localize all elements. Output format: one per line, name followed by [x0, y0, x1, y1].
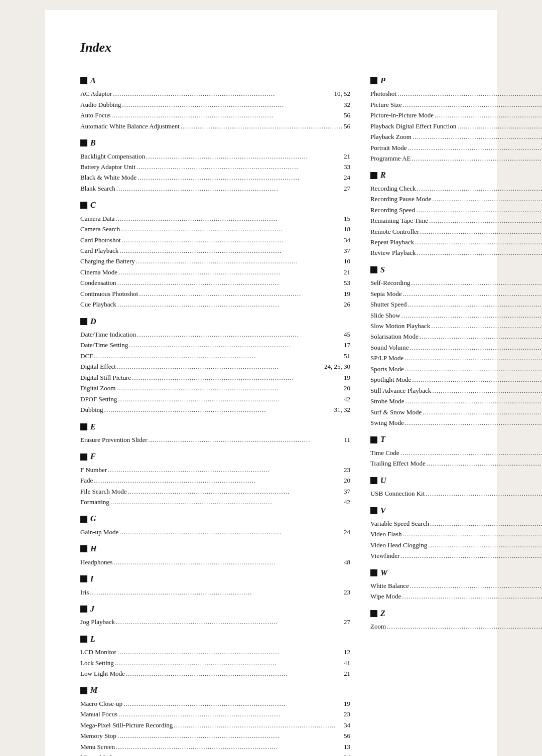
entry-dots: ........................................… — [119, 245, 343, 256]
entry-dots: ........................................… — [430, 518, 542, 529]
entry-dots: ........................................… — [138, 172, 343, 183]
entry-dots: ........................................… — [397, 88, 542, 99]
entry-number: 13 — [344, 741, 350, 752]
index-entry: USB Connection Kit......................… — [370, 488, 542, 499]
entry-dots: ........................................… — [408, 142, 542, 153]
entry-dots: ........................................… — [411, 277, 542, 288]
section-letter: U — [380, 474, 386, 487]
entry-label: Auto Focus — [80, 110, 110, 120]
section-square-icon — [80, 139, 87, 146]
index-entry: Wipe Mode...............................… — [370, 591, 542, 601]
entry-dots: ........................................… — [118, 267, 343, 277]
section-square-icon — [80, 453, 87, 461]
section-letter: J — [90, 602, 94, 616]
entry-label: DCF — [80, 351, 93, 361]
section-square-icon — [80, 202, 87, 209]
section-R: RRecording Check........................… — [370, 169, 542, 258]
entry-label: Gain-up Mode — [80, 527, 118, 537]
entry-number: 42 — [344, 497, 350, 507]
index-entry: Playback Digital Effect Function........… — [370, 121, 542, 131]
entry-label: Sound Volume — [370, 342, 409, 353]
entry-label: Self-Recording — [370, 277, 410, 288]
entry-dots: ........................................… — [420, 331, 542, 342]
section-letter: L — [90, 633, 95, 646]
entry-label: Programme AE — [370, 153, 411, 164]
entry-label: Cue Playback — [80, 299, 116, 310]
index-entry: Video Flash.............................… — [370, 529, 542, 539]
entry-dots: ........................................… — [408, 299, 542, 310]
section-header-B: B — [80, 136, 350, 149]
entry-number: 20 — [344, 383, 350, 393]
section-header-V: V — [370, 504, 542, 517]
section-Z: ZZoom...................................… — [370, 607, 542, 632]
section-square-icon — [80, 318, 87, 325]
section-J: JJog Playback...........................… — [80, 602, 350, 628]
section-letter: P — [380, 74, 385, 87]
entry-label: Menu Screen — [80, 741, 115, 752]
entry-number: 34 — [344, 235, 350, 245]
index-entry: Recording Check.........................… — [370, 183, 542, 194]
entry-label: Date/Time Setting — [80, 340, 128, 350]
entry-number: 19 — [344, 698, 350, 709]
section-U: UUSB Connection Kit.....................… — [370, 474, 542, 499]
index-entry: Jog Playback............................… — [80, 617, 350, 627]
entry-number: 24 — [344, 527, 350, 537]
entry-label: Backlight Compensation — [80, 151, 145, 162]
section-square-icon — [370, 266, 377, 273]
entry-dots: ........................................… — [137, 162, 343, 172]
entry-dots: ........................................… — [113, 88, 333, 99]
section-square-icon — [80, 606, 87, 613]
entry-dots: ........................................… — [122, 99, 343, 110]
section-square-icon — [370, 507, 377, 514]
entry-dots: ........................................… — [110, 497, 343, 507]
index-entry: Sepia Mode..............................… — [370, 288, 542, 299]
index-entry: Menu Screen.............................… — [80, 741, 350, 752]
index-entry: Variable Speed Search...................… — [370, 518, 542, 529]
section-header-S: S — [370, 263, 542, 276]
entry-label: Memory Stop — [80, 730, 116, 741]
section-P: PPhotoshot..............................… — [370, 74, 542, 164]
entry-dots: ........................................… — [432, 385, 542, 396]
entry-dots: ........................................… — [117, 361, 323, 372]
entry-dots: ........................................… — [119, 527, 343, 537]
entry-label: Playback Zoom — [370, 131, 412, 142]
entry-dots: ........................................… — [117, 277, 343, 288]
section-I: IIris...................................… — [80, 572, 350, 597]
entry-number: 37 — [344, 486, 350, 497]
index-entry: Auto Focus..............................… — [80, 110, 350, 120]
entry-number: 56 — [344, 110, 350, 120]
entry-label: Digital Effect — [80, 361, 116, 372]
section-header-R: R — [370, 169, 542, 182]
section-square-icon — [370, 77, 377, 84]
section-F: FF Number...............................… — [80, 450, 350, 507]
index-entry: Picture Size............................… — [370, 99, 542, 110]
entry-number: 26 — [344, 299, 350, 310]
section-header-C: C — [80, 199, 350, 212]
section-A: AAC Adaptor.............................… — [80, 74, 350, 131]
index-entry: Charging the Battery....................… — [80, 256, 350, 266]
index-entry: DPOF Setting............................… — [80, 394, 350, 404]
section-letter: B — [90, 136, 96, 149]
entry-label: Surf & Snow Mode — [370, 407, 422, 417]
index-entry: SP/LP Mode..............................… — [370, 353, 542, 363]
index-entry: Repeat Playback.........................… — [370, 237, 542, 247]
entry-dots: ........................................… — [405, 396, 543, 406]
entry-label: AC Adaptor — [80, 88, 112, 99]
entry-dots: ........................................… — [126, 668, 343, 679]
entry-dots: ........................................… — [115, 213, 343, 224]
index-entry: Manual Focus............................… — [80, 709, 350, 719]
entry-label: Remote Controller — [370, 226, 419, 237]
entry-label: Video Flash — [370, 529, 401, 539]
index-entry: Viewfinder..............................… — [370, 550, 542, 561]
entry-number: 10 — [344, 256, 350, 266]
entry-dots: ........................................… — [429, 215, 542, 226]
index-entry: Strobe Mode.............................… — [370, 396, 542, 406]
entry-label: Variable Speed Search — [370, 518, 429, 529]
section-letter: W — [380, 566, 387, 579]
entry-label: Sports Mode — [370, 364, 404, 374]
entry-label: Black & White Mode — [80, 172, 137, 183]
entry-label: DPOF Setting — [80, 394, 117, 404]
entry-label: File Search Mode — [80, 486, 126, 497]
entry-number: 24 — [344, 752, 350, 756]
section-header-A: A — [80, 74, 350, 87]
